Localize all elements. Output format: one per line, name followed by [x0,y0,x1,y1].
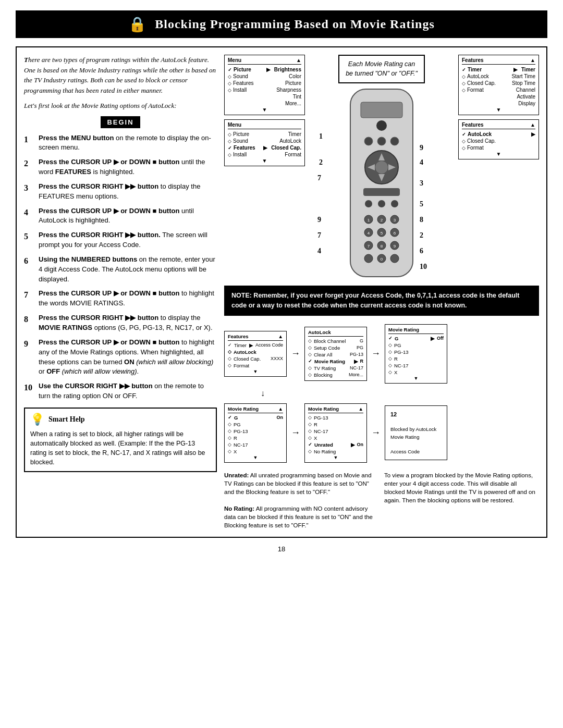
flow-panel-movie-unrated: Movie Rating▲ ◇PG-13 ◇R ◇NC-17 ◇X ✓Unrat… [304,403,367,463]
left-screen-panels: Menu▲ ✓Picture▶Brightness ◇SoundColor ◇F… [224,55,305,166]
smart-help-box: 💡 Smart Help When a rating is set to blo… [24,408,217,473]
svg-point-14 [378,200,385,207]
remote-label-9b: 9 [317,216,321,224]
step-5: 5 Press the CURSOR RIGHT ▶▶ button. The … [24,230,217,250]
flow-arrow-2: → [371,348,381,359]
fp2-header: Features▲ [462,122,535,129]
remote-svg: 1 2 3 4 5 6 7 8 9 0 [332,87,431,279]
svg-point-25 [364,254,373,263]
step-7: 7 Press the CURSOR UP ▶ or DOWN ■ button… [24,289,217,309]
smart-help-title: Smart Help [48,415,85,424]
page-title: Blocking Programming Based on Movie Rati… [155,17,435,31]
svg-text:2: 2 [381,218,383,223]
step-1-content: Press the MENU button on the remote to d… [39,133,217,153]
svg-text:4: 4 [368,231,370,236]
flow-panel-autolock: AutoLock ◇Block ChannelG ◇Setup CodePG ◇… [304,327,367,381]
step-1-num: 1 [24,133,35,153]
step-2-num: 2 [24,157,35,177]
step-5-content: Press the CURSOR RIGHT ▶▶ button. The sc… [39,230,217,250]
remote-label-4: 4 [420,158,423,167]
intro-paragraph2: Let's first look at the Movie Rating opt… [24,101,217,111]
svg-text:0: 0 [381,257,383,262]
main-content: There are two types of program ratings w… [16,46,547,538]
step-7-content: Press the CURSOR UP ▶ or DOWN ■ button t… [39,289,217,309]
step-2-content: Press the CURSOR UP ▶ or DOWN ■ button u… [39,157,217,177]
svg-text:8: 8 [381,244,383,249]
step-3-num: 3 [24,182,35,202]
step-9-num: 9 [24,338,35,377]
page-number: 18 [16,545,547,553]
remote-area: Each Movie Rating canbe turned "ON" or "… [310,55,453,279]
remote-label-9: 9 [420,144,423,152]
svg-rect-1 [361,102,402,118]
down-arrow-1: ↓ [231,389,294,398]
begin-label: BEGIN [101,116,140,128]
remote-label-10: 10 [420,263,427,271]
right-column: Menu▲ ✓Picture▶Brightness ◇SoundColor ◇F… [224,55,539,529]
flow-arrow-1: → [291,348,300,359]
step-5-num: 5 [24,230,35,250]
svg-point-27 [390,254,399,263]
fph-4: Movie Rating▲ [228,406,283,413]
features-panel-2: Features▲ ✓AutoLock▶ ◇Closed Cap. ◇Forma… [458,119,539,159]
flow-panel-movie-rating: Movie Rating ✓G▶Off ◇PG ◇PG-13 ◇R ◇NC-17… [385,324,447,384]
flow-arrow-3: → [291,427,300,438]
remote-label-1: 1 [319,132,323,141]
step-9: 9 Press the CURSOR UP ▶ or DOWN ■ button… [24,338,217,377]
step-2: 2 Press the CURSOR UP ▶ or DOWN ■ button… [24,157,217,177]
steps-list: 1 Press the MENU button on the remote to… [24,133,217,401]
svg-text:9: 9 [394,244,396,249]
step-3-content: Press the CURSOR RIGHT ▶▶ button to disp… [39,182,217,202]
step-6: 6 Using the NUMBERED buttons on the remo… [24,255,217,285]
intro-paragraph: There are two types of program ratings w… [24,55,217,95]
svg-point-3 [364,137,373,145]
step-10: 10 Use the CURSOR RIGHT ▶▶ button on the… [24,381,217,401]
svg-text:5: 5 [381,231,383,236]
step-6-content: Using the NUMBERED buttons on the remote… [39,255,217,285]
step-10-content: Use the CURSOR RIGHT ▶▶ button on the re… [39,381,217,401]
bottom-text-view: To view a program blocked by the Movie R… [384,471,539,530]
remote-label-3: 3 [420,179,423,188]
remote-label-6: 6 [420,247,423,255]
step-7-num: 7 [24,289,35,309]
step-6-num: 6 [24,255,35,285]
note-box: NOTE: Remember, if you ever forget your … [224,286,539,316]
step-4: 4 Press the CURSOR UP ▶ or DOWN ■ button… [24,206,217,226]
svg-point-4 [377,137,386,145]
remote-label-8: 8 [420,216,423,224]
flow-panel-blocked-screen: 12 Blocked by AutoLock Movie Rating Acce… [385,405,447,461]
svg-text:7: 7 [368,244,370,249]
fp1-header: Features▲ [462,57,535,65]
step-8: 8 Press the CURSOR RIGHT ▶▶ button to di… [24,313,217,333]
svg-rect-12 [363,188,400,196]
step-9-content: Press the CURSOR UP ▶ or DOWN ■ button t… [39,338,217,377]
svg-point-5 [390,137,399,145]
step-10-num: 10 [24,381,35,401]
page-header: 🔒 Blocking Programming Based on Movie Ra… [16,10,547,38]
flow-row-1: Features▲ ✓Timer▶Access Code ◇AutoLock ◇… [224,324,539,384]
left-column: There are two types of program ratings w… [24,55,217,529]
step-4-content: Press the CURSOR UP ▶ or DOWN ■ button u… [39,206,217,226]
step-1: 1 Press the MENU button on the remote to… [24,133,217,153]
bottom-text-panels: Unrated: All unrated programming based o… [224,471,539,530]
fph-3: Movie Rating [388,327,444,334]
flow-arrow-4: → [371,427,381,438]
remote-label-7: 7 [317,174,321,182]
svg-point-7 [375,161,388,174]
smart-help-text: When a rating is set to block, all highe… [30,429,211,467]
svg-text:3: 3 [394,218,396,223]
right-screen-panels: Features▲ ✓Timer▶Timer ◇AutoLockStart Ti… [458,55,539,159]
smart-help-header: 💡 Smart Help [30,413,211,426]
step-8-content: Press the CURSOR RIGHT ▶▶ button to disp… [39,313,217,333]
bulb-icon: 💡 [30,413,44,426]
fph-2: AutoLock [308,329,363,337]
panel1-header: Menu▲ [228,57,301,65]
flow-row-2: Movie Rating▲ ✓GOn ◇PG ◇PG-13 ◇R ◇NC-17 … [224,403,539,463]
remote-container: 1 2 3 4 5 6 7 8 9 0 1 [332,87,431,279]
flow-panel-features-access: Features▲ ✓Timer▶Access Code ◇AutoLock ◇… [224,331,287,377]
step-8-num: 8 [24,313,35,333]
flow-panel-movie-rating-on: Movie Rating▲ ✓GOn ◇PG ◇PG-13 ◇R ◇NC-17 … [224,403,287,463]
svg-point-13 [365,200,372,207]
remote-label-7b: 7 [317,231,321,240]
menu-panel-2: Menu ◇PictureTimer ◇SoundAutoLock ✓Featu… [224,119,305,166]
